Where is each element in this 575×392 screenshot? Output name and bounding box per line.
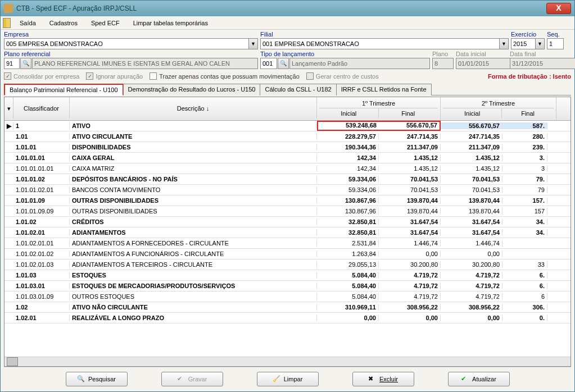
cell-t1-inicial: 0,00 bbox=[317, 314, 379, 321]
cell-t1-inicial: 59.334,06 bbox=[317, 186, 379, 193]
table-row[interactable]: 1.01.01.02DEPÓSITOS BANCÁRIOS - NO PAÍS5… bbox=[4, 174, 571, 185]
close-button[interactable]: X bbox=[546, 3, 571, 14]
cell-classificador: 1.01.01.02 bbox=[13, 176, 70, 183]
cell-t1-inicial: 310.969,11 bbox=[317, 304, 379, 311]
select-filial[interactable]: 001 EMPRESA DEMONSTRACAO▼ bbox=[260, 38, 509, 49]
table-row[interactable]: 1.01.01.01.01CAIXA MATRIZ142,341.435,121… bbox=[4, 163, 571, 174]
cell-t2-final: 79. bbox=[502, 176, 547, 183]
cell-t2-final: 306. bbox=[502, 304, 547, 311]
scroll-thumb[interactable] bbox=[7, 357, 18, 366]
menu-limpar-tabelas[interactable]: Limpar tabelas temporárias bbox=[126, 18, 215, 28]
cell-descricao: DISPONIBILIDADES bbox=[70, 144, 317, 151]
select-empresa[interactable]: 005 EMPRESA DEMONSTRACAO▼ bbox=[4, 38, 258, 49]
cell-classificador: 1 bbox=[13, 122, 70, 129]
cell-t1-final: 308.956,22 bbox=[379, 304, 441, 311]
cell-classificador: 1.01.01.01.01 bbox=[13, 165, 70, 172]
table-row[interactable]: 1.01.03.01ESTOQUES DE MERCADORIAS/PRODUT… bbox=[4, 281, 571, 291]
cell-classificador: 1.01.01.09 bbox=[13, 197, 70, 204]
col-t1-final[interactable]: Final bbox=[379, 108, 438, 118]
cell-t2-inicial: 1.435,12 bbox=[441, 165, 502, 172]
input-plano-ref-cod[interactable] bbox=[4, 58, 20, 69]
exit-icon[interactable] bbox=[3, 18, 11, 28]
input-tipo-lanc-cod[interactable] bbox=[260, 58, 277, 69]
cell-t1-final: 1.435,12 bbox=[379, 154, 441, 161]
grid-body[interactable]: ▶1ATIVO539.248,68556.670,57556.670,57587… bbox=[4, 121, 571, 357]
cell-descricao: DEPÓSITOS BANCÁRIOS - NO PAÍS bbox=[70, 176, 317, 183]
cell-t1-final: 1.446,74 bbox=[379, 240, 441, 247]
table-row[interactable]: 1.01.01DISPONIBILIDADES190.344,36211.347… bbox=[4, 142, 571, 153]
tab-u182[interactable]: Cálculo da CSLL - U182 bbox=[260, 84, 336, 95]
table-row[interactable]: 1.01.02CRÉDITOS32.850,8131.647,5431.647,… bbox=[4, 217, 571, 227]
col-t2-inicial[interactable]: Inicial bbox=[443, 108, 502, 118]
input-seq[interactable] bbox=[547, 38, 564, 49]
cell-classificador: 1.02.01 bbox=[13, 314, 70, 321]
chevron-down-icon[interactable]: ▼ bbox=[535, 39, 544, 49]
cell-classificador: 1.01.02.01.02 bbox=[13, 250, 70, 257]
table-row[interactable]: 1.01.02.01.01ADIANTAMENTOS A FORNECEDORE… bbox=[4, 238, 571, 249]
table-row[interactable]: 1.02ATIVO NÃO CIRCULANTE310.969,11308.95… bbox=[4, 302, 571, 313]
lookup-tipo-lanc-icon[interactable]: 🔍 bbox=[278, 58, 289, 69]
cell-descricao: ATIVO CIRCULANTE bbox=[70, 133, 317, 140]
cell-descricao: OUTROS ESTOQUES bbox=[70, 293, 317, 300]
atualizar-button[interactable]: ✔Atualizar bbox=[448, 372, 510, 386]
check-consolidar: Consolidar por empresa bbox=[4, 72, 79, 80]
cell-descricao: CAIXA GERAL bbox=[70, 154, 317, 161]
label-exercicio: Exercício bbox=[511, 31, 545, 38]
limpar-button[interactable]: 🧹Limpar bbox=[257, 372, 319, 386]
tab-irrf-csll[interactable]: IRRF e CSLL Retidos na Fonte bbox=[336, 84, 432, 95]
chevron-down-icon[interactable]: ▼ bbox=[499, 39, 508, 49]
table-row[interactable]: 1.02.01REALIZÁVEL A LONGO PRAZO0,000,000… bbox=[4, 313, 571, 323]
cell-descricao: ATIVO NÃO CIRCULANTE bbox=[70, 304, 317, 311]
menu-saida[interactable]: Saída bbox=[13, 18, 43, 28]
cell-t1-inicial: 228.279,57 bbox=[317, 133, 379, 140]
cell-descricao: ADIANTAMENTOS A FORNECEDORES - CIRCULANT… bbox=[70, 240, 317, 247]
row-selector-header[interactable]: ▾ bbox=[4, 97, 13, 118]
menu-sped-ecf[interactable]: Sped ECF bbox=[84, 18, 126, 28]
check-trazer[interactable]: Trazer apenas contas que possuam movimen… bbox=[150, 72, 300, 80]
table-row[interactable]: 1.01.01.01CAIXA GERAL142,341.435,121.435… bbox=[4, 153, 571, 163]
cell-t2-inicial: 0,00 bbox=[441, 250, 502, 257]
cell-t1-inicial: 32.850,81 bbox=[317, 218, 379, 225]
excluir-button[interactable]: ✖Excluir bbox=[352, 372, 414, 386]
table-row[interactable]: 1.01.02.01.03ADIANTAMENTOS A TERCEIROS -… bbox=[4, 259, 571, 270]
horizontal-scrollbar[interactable] bbox=[4, 357, 571, 366]
checkbox-icon[interactable] bbox=[150, 72, 157, 80]
col-t1-inicial[interactable]: Inicial bbox=[319, 108, 379, 118]
gravar-button: ✔Gravar bbox=[161, 372, 223, 386]
cell-t1-final: 70.041,53 bbox=[379, 176, 441, 183]
cell-classificador: 1.01.02.01.03 bbox=[13, 261, 70, 268]
table-row[interactable]: 1.01.01.09.09OUTRAS DISPONIBILIDADES130.… bbox=[4, 206, 571, 217]
options-row: Consolidar por empresa Ignorar apuração … bbox=[4, 70, 571, 82]
chevron-down-icon[interactable]: ▼ bbox=[248, 39, 257, 49]
table-row[interactable]: 1.01.01.09OUTRAS DISPONIBILIDADES130.867… bbox=[4, 195, 571, 206]
pesquisar-button[interactable]: 🔍Pesquisar bbox=[66, 372, 128, 386]
lookup-plano-ref-icon[interactable]: 🔍 bbox=[20, 58, 31, 69]
refresh-icon: ✔ bbox=[461, 375, 469, 383]
cell-t2-inicial: 30.200,80 bbox=[441, 261, 502, 268]
cell-descricao: REALIZÁVEL A LONGO PRAZO bbox=[70, 314, 317, 321]
cell-t2-inicial: 4.719,72 bbox=[441, 293, 502, 300]
cell-t1-inicial: 539.248,68 bbox=[318, 122, 379, 130]
table-row[interactable]: 1.01.01.02.01BANCOS CONTA MOVIMENTO59.33… bbox=[4, 185, 571, 195]
col-classificador[interactable]: Classificador bbox=[13, 97, 70, 118]
table-row[interactable]: 1.01.02.01ADIANTAMENTOS32.850,8131.647,5… bbox=[4, 227, 571, 238]
table-row[interactable]: 1.01ATIVO CIRCULANTE228.279,57247.714,35… bbox=[4, 131, 571, 142]
check-ignorar: Ignorar apuração bbox=[86, 72, 143, 80]
col-group-t2: 2º Trimestre InicialFinal bbox=[441, 97, 556, 120]
cell-t1-inicial: 142,34 bbox=[317, 165, 379, 172]
table-row[interactable]: 1.01.03.01.09OUTROS ESTOQUES5.084,404.71… bbox=[4, 291, 571, 302]
forma-tributacao: Forma de tributação : Isento bbox=[488, 73, 571, 80]
cell-t1-inicial: 32.850,81 bbox=[317, 229, 379, 236]
table-row[interactable]: 1.01.02.01.02ADIANTAMENTOS A FUNCIONÁRIO… bbox=[4, 249, 571, 259]
tab-u100[interactable]: Balanço Patrimonial Referencial - U100 bbox=[4, 84, 124, 95]
tab-u150[interactable]: Demonstração do Resultado do Lucros - U1… bbox=[123, 84, 261, 95]
select-exercicio[interactable]: 2015▼ bbox=[511, 38, 545, 49]
cell-t1-final: 4.719,72 bbox=[379, 272, 441, 279]
table-row[interactable]: ▶1ATIVO539.248,68556.670,57556.670,57587… bbox=[4, 121, 571, 131]
cell-t2-inicial: 247.714,35 bbox=[441, 133, 502, 140]
footer-toolbar: 🔍Pesquisar ✔Gravar 🧹Limpar ✖Excluir ✔Atu… bbox=[4, 367, 571, 390]
table-row[interactable]: 1.01.03ESTOQUES5.084,404.719,724.719,726… bbox=[4, 270, 571, 281]
col-t2-final[interactable]: Final bbox=[502, 108, 554, 118]
menu-cadastros[interactable]: Cadastros bbox=[43, 18, 84, 28]
col-descricao[interactable]: Descrição ↓ bbox=[70, 97, 317, 118]
